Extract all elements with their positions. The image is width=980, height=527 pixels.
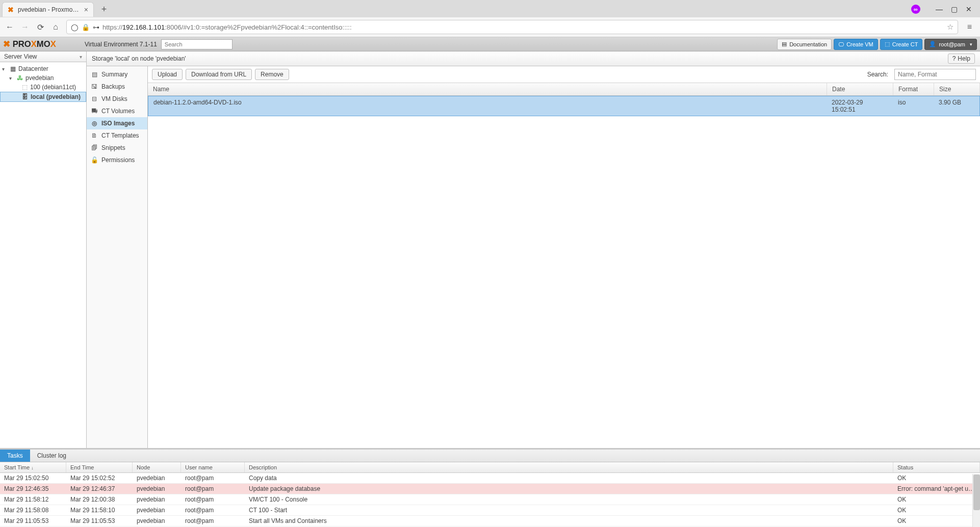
extension-icon[interactable]: ∞: [911, 5, 920, 14]
proxmox-logo: ✖ PROXMOX: [3, 39, 80, 49]
col-header-user[interactable]: User name: [181, 462, 245, 472]
nav-toolbar: ← → ⟳ ⌂ ◯ 🔒 ⊶ https://192.168.1.101:8006…: [0, 17, 980, 37]
col-header-size[interactable]: Size: [934, 83, 980, 95]
col-header-start[interactable]: Start Time↓: [0, 462, 66, 472]
bookmark-icon[interactable]: ☆: [947, 22, 953, 32]
subnav-summary[interactable]: ▤Summary: [87, 68, 147, 81]
user-menu-button[interactable]: 👤root@pam▾: [924, 39, 977, 50]
remove-button[interactable]: Remove: [255, 69, 289, 80]
tab-cluster-log[interactable]: Cluster log: [30, 450, 73, 462]
upload-button[interactable]: Upload: [152, 69, 183, 80]
subnav-backups[interactable]: 🖫Backups: [87, 81, 147, 93]
col-header-desc[interactable]: Description: [245, 462, 893, 472]
create-vm-button[interactable]: 🖵Create VM: [834, 39, 878, 50]
cube-icon: ⬚: [885, 41, 890, 47]
subnav-vmdisks[interactable]: ⊟VM Disks: [87, 93, 147, 105]
resource-tree-panel: Server View ▾ ▾ ▦ Datacenter ▾ 🖧 pvedebi…: [0, 51, 87, 448]
browser-tab[interactable]: ✖ pvedebian - Proxmox Virt ×: [2, 2, 94, 17]
new-tab-button[interactable]: +: [98, 4, 110, 15]
version-label: Virtual Environment 7.1-11: [85, 41, 157, 48]
monitor-icon: 🖵: [838, 41, 844, 47]
tree-datacenter[interactable]: ▾ ▦ Datacenter: [0, 64, 86, 73]
subnav-cttemplates[interactable]: 🗎CT Templates: [87, 129, 147, 142]
lock-icon: 🔓: [91, 156, 98, 164]
scrollbar[interactable]: [972, 474, 980, 527]
subnav-isoimages[interactable]: ◎ISO Images: [87, 117, 147, 129]
disk-icon: ⊟: [91, 95, 98, 102]
help-button[interactable]: ?Help: [948, 54, 975, 64]
app-header: ✖ PROXMOX Virtual Environment 7.1-11 ▤Do…: [0, 37, 980, 51]
home-icon[interactable]: ⌂: [51, 22, 60, 32]
template-icon: 🗎: [91, 132, 98, 139]
datacenter-icon: ▦: [9, 65, 17, 72]
col-header-name[interactable]: Name: [148, 83, 827, 95]
tab-title: pvedebian - Proxmox Virt: [18, 6, 81, 13]
search-label: Search:: [867, 71, 888, 78]
svg-text:✖ PROXMOX: ✖ PROXMOX: [3, 39, 56, 49]
reload-icon[interactable]: ⟳: [36, 22, 45, 32]
minimize-icon[interactable]: —: [936, 5, 943, 13]
chevron-down-icon: ▾: [970, 42, 972, 47]
server-icon: 🖧: [16, 74, 24, 82]
task-row[interactable]: Mar 29 11:58:08Mar 29 11:58:10pvedebianr…: [0, 505, 980, 516]
col-header-format[interactable]: Format: [893, 83, 934, 95]
storage-subnav: ▤Summary 🖫Backups ⊟VM Disks ⛟CT Volumes …: [87, 66, 148, 448]
backup-icon: 🖫: [91, 83, 98, 90]
snippet-icon: 🗐: [91, 144, 98, 151]
iso-grid: Name Date Format Size debian-11.2.0-amd6…: [148, 83, 980, 448]
tab-tasks[interactable]: Tasks: [0, 450, 30, 462]
col-header-node[interactable]: Node: [133, 462, 181, 472]
download-url-button[interactable]: Download from URL: [186, 69, 252, 80]
breadcrumb: Storage 'local' on node 'pvedebian' ?Hel…: [87, 51, 980, 66]
user-icon: 👤: [929, 41, 936, 47]
subnav-ctvolumes[interactable]: ⛟CT Volumes: [87, 105, 147, 117]
chevron-down-icon: ▾: [80, 54, 82, 60]
back-icon[interactable]: ←: [5, 22, 14, 32]
storage-icon: 🗄: [21, 93, 29, 100]
task-log-panel: Tasks Cluster log Start Time↓ End Time N…: [0, 448, 980, 527]
browser-chrome: ✖ pvedebian - Proxmox Virt × + ∞ — ▢ ✕ ←…: [0, 0, 980, 37]
col-header-end[interactable]: End Time: [66, 462, 133, 472]
task-row[interactable]: Mar 29 15:02:50Mar 29 15:02:52pvedebianr…: [0, 473, 980, 484]
close-icon[interactable]: ×: [84, 6, 88, 14]
task-row[interactable]: Mar 29 11:58:12Mar 29 12:00:38pvedebianr…: [0, 494, 980, 505]
content-toolbar: Upload Download from URL Remove Search:: [148, 66, 980, 83]
tab-strip: ✖ pvedebian - Proxmox Virt × + ∞ — ▢ ✕: [0, 0, 980, 17]
shield-icon: ◯: [71, 23, 79, 31]
tree-node-pvedebian[interactable]: ▾ 🖧 pvedebian: [0, 73, 86, 83]
tree-collapse-icon[interactable]: ▾: [2, 66, 7, 72]
key-icon: ⊶: [93, 23, 99, 31]
col-header-date[interactable]: Date: [827, 83, 893, 95]
task-row[interactable]: Mar 29 11:05:53Mar 29 11:05:53pvedebianr…: [0, 516, 980, 526]
subnav-permissions[interactable]: 🔓Permissions: [87, 154, 147, 166]
sort-desc-icon: ↓: [31, 465, 34, 470]
server-view-header[interactable]: Server View ▾: [0, 51, 86, 62]
table-row[interactable]: debian-11.2.0-amd64-DVD-1.iso2022-03-29 …: [148, 96, 980, 116]
tree-ct-100[interactable]: ⬚ 100 (debian11ct): [0, 83, 86, 92]
maximize-icon[interactable]: ▢: [951, 5, 958, 13]
global-search-input[interactable]: [161, 39, 233, 49]
iso-icon: ◎: [91, 120, 98, 127]
url-bar[interactable]: ◯ 🔒 ⊶ https://192.168.1.101:8006/#v1:0:=…: [66, 20, 958, 34]
scrollbar-thumb[interactable]: [973, 475, 980, 510]
window-controls: ∞ — ▢ ✕: [911, 5, 978, 14]
create-ct-button[interactable]: ⬚Create CT: [880, 39, 923, 50]
documentation-button[interactable]: ▤Documentation: [777, 39, 832, 50]
window-close-icon[interactable]: ✕: [966, 5, 972, 13]
help-icon: ?: [952, 55, 956, 62]
container-icon: ⬚: [20, 84, 29, 91]
book-icon: ▤: [782, 41, 787, 47]
url-text: https://192.168.1.101:8006/#v1:0:=storag…: [102, 23, 944, 31]
tree-collapse-icon[interactable]: ▾: [9, 75, 14, 81]
volume-icon: ⛟: [91, 108, 98, 115]
summary-icon: ▤: [91, 71, 98, 78]
col-header-status[interactable]: Status: [893, 462, 980, 472]
lock-icon: 🔒: [82, 23, 90, 31]
proxmox-favicon-icon: ✖: [8, 6, 15, 13]
content-search-input[interactable]: [894, 69, 976, 80]
task-row[interactable]: Mar 29 12:46:35Mar 29 12:46:37pvedebianr…: [0, 484, 980, 494]
forward-icon[interactable]: →: [20, 22, 30, 32]
menu-icon[interactable]: ≡: [964, 22, 975, 32]
tree-storage-local[interactable]: 🗄 local (pvedebian): [0, 92, 86, 102]
subnav-snippets[interactable]: 🗐Snippets: [87, 142, 147, 154]
